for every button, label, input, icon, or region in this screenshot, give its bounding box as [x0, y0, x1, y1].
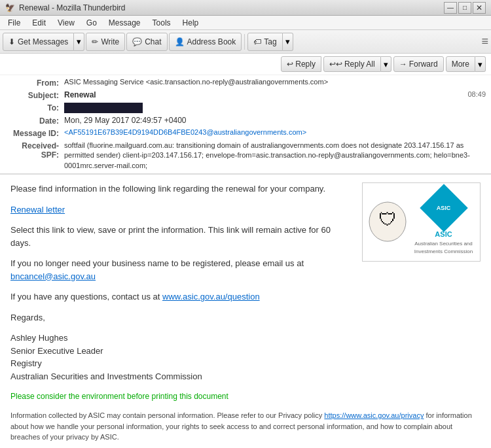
date-label: Date:	[5, 116, 64, 126]
footer-text: Information collected by ASIC may contai…	[10, 410, 481, 443]
signature: Ashley Hughes Senior Executive Leader Re…	[10, 332, 481, 383]
get-messages-group: ⬇ Get Messages ▾	[3, 33, 84, 51]
coat-of-arms-icon: 🛡	[368, 201, 407, 243]
app-icon: 🦅	[5, 3, 15, 12]
title-bar: 🦅 Renewal - Mozilla Thunderbird — □ ✕	[0, 0, 491, 16]
more-button[interactable]: More	[446, 56, 475, 72]
question-paragraph: If you have any questions, contact us at…	[10, 290, 481, 303]
menu-bar: File Edit View Go Message Tools Help	[0, 16, 491, 30]
toolbar-separator	[244, 34, 245, 50]
close-button[interactable]: ✕	[473, 2, 486, 14]
regards-text: Regards,	[10, 311, 481, 324]
window-title: Renewal - Mozilla Thunderbird	[19, 3, 126, 12]
tag-button[interactable]: 🏷 Tag	[247, 33, 282, 51]
reply-all-dropdown[interactable]: ▾	[381, 56, 391, 72]
more-group: More ▾	[446, 56, 486, 72]
menu-view[interactable]: View	[52, 17, 80, 29]
date-value: Mon, 29 May 2017 02:49:57 +0400	[64, 116, 486, 125]
menu-file[interactable]: File	[3, 17, 26, 29]
menu-go[interactable]: Go	[81, 17, 102, 29]
asic-full-name: Australian Securities and Investments Co…	[412, 240, 475, 256]
cancel-email-link[interactable]: bncancel@asic.gov.au	[10, 271, 96, 281]
address-book-button[interactable]: 👤 Address Book	[169, 33, 242, 51]
received-spf-label: Received-SPF:	[5, 141, 64, 160]
reply-group: ↩ Reply	[281, 56, 321, 72]
menu-edit[interactable]: Edit	[27, 17, 51, 29]
forward-button[interactable]: → Forward	[393, 56, 444, 72]
reply-all-button[interactable]: ↩↩ Reply All	[323, 56, 381, 72]
chat-icon: 💬	[132, 37, 142, 46]
tag-group: 🏷 Tag ▾	[247, 33, 293, 51]
reply-all-icon: ↩↩	[329, 60, 342, 69]
address-book-icon: 👤	[175, 37, 185, 46]
reply-icon: ↩	[287, 60, 293, 69]
asic-logo: 🛡 ASIC ASIC Australian Securities and In…	[362, 182, 481, 262]
hamburger-button[interactable]: ≡	[481, 35, 488, 48]
svg-text:🛡: 🛡	[378, 209, 397, 230]
subject-value: Renewal	[64, 90, 467, 100]
tag-icon: 🏷	[253, 37, 261, 46]
to-value	[64, 103, 143, 113]
more-dropdown[interactable]: ▾	[475, 56, 486, 72]
menu-message[interactable]: Message	[103, 17, 146, 29]
menu-tools[interactable]: Tools	[147, 17, 176, 29]
from-label: From:	[5, 78, 64, 88]
email-timestamp: 08:49	[467, 90, 486, 98]
to-label: To:	[5, 103, 64, 112]
menu-help[interactable]: Help	[177, 17, 204, 29]
write-button[interactable]: ✏ Write	[86, 33, 125, 51]
forward-icon: →	[399, 60, 407, 69]
question-link[interactable]: www.asic.gov.au/question	[162, 292, 260, 302]
maximize-button[interactable]: □	[458, 2, 471, 14]
renewal-letter-link[interactable]: Renewal letter	[10, 205, 65, 215]
email-body: 🛡 ASIC ASIC Australian Securities and In…	[0, 175, 491, 448]
get-messages-dropdown[interactable]: ▾	[74, 33, 84, 51]
asic-diamond-text: ASIC	[437, 205, 451, 212]
message-id-link[interactable]: <AF55191E67B39E4D9194DD6B4FBE0243@austra…	[64, 128, 306, 136]
email-header: ↩ Reply ↩↩ Reply All ▾ → Forward More ▾ …	[0, 54, 491, 175]
minimize-button[interactable]: —	[444, 2, 457, 14]
chat-button[interactable]: 💬 Chat	[126, 33, 167, 51]
download-icon: ⬇	[9, 37, 15, 46]
received-spf-value: softfail (fluorine.mailguard.com.au: tra…	[64, 141, 486, 171]
get-messages-button[interactable]: ⬇ Get Messages	[3, 33, 74, 51]
reply-button[interactable]: ↩ Reply	[281, 56, 321, 72]
tag-dropdown[interactable]: ▾	[283, 33, 293, 51]
reply-all-group: ↩↩ Reply All ▾	[323, 56, 391, 72]
from-value: ASIC Messaging Service <asic.transaction…	[64, 78, 486, 86]
privacy-policy-link[interactable]: https://www.asic.gov.au/privacy	[324, 411, 424, 419]
write-icon: ✏	[92, 37, 98, 46]
toolbar: ⬇ Get Messages ▾ ✏ Write 💬 Chat 👤 Addres…	[0, 30, 491, 54]
message-id-label: Message ID:	[5, 128, 64, 138]
environment-notice: Please consider the environment before p…	[10, 390, 481, 402]
subject-label: Subject:	[5, 90, 64, 100]
